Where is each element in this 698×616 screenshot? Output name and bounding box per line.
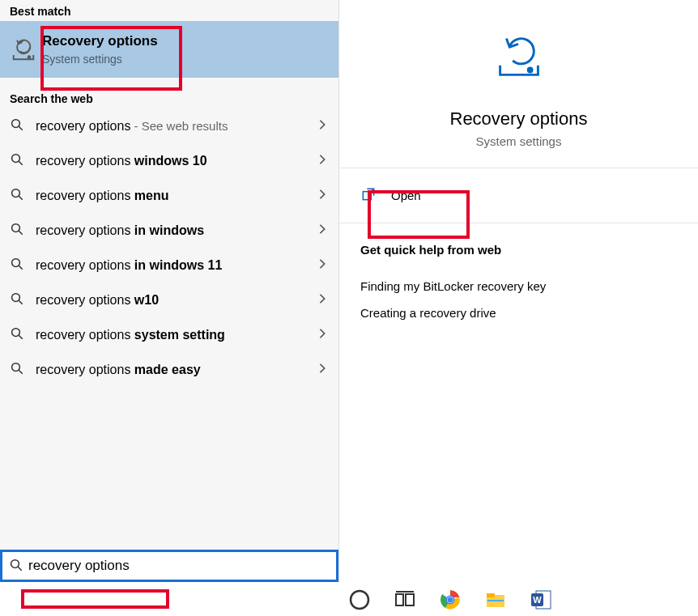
best-match-header: Best match: [0, 0, 338, 21]
best-match-title: Recovery options: [42, 33, 158, 49]
recovery-large-icon: [487, 23, 551, 86]
taskbar: W: [0, 582, 698, 616]
chevron-right-icon: [317, 189, 327, 202]
detail-pane: Recovery options System settings Open Ge…: [338, 0, 698, 583]
svg-point-9: [12, 259, 20, 267]
svg-line-6: [19, 196, 23, 200]
search-icon: [10, 222, 24, 239]
chevron-right-icon: [317, 293, 327, 307]
file-explorer-icon[interactable]: [484, 588, 507, 611]
detail-title: Recovery options: [450, 108, 588, 130]
open-action[interactable]: Open: [339, 168, 698, 223]
chevron-right-icon: [317, 258, 327, 272]
best-match-subtitle: System settings: [42, 53, 158, 66]
svg-line-10: [19, 266, 23, 270]
web-result-text: recovery options system setting: [36, 328, 225, 342]
search-web-header: Search the web: [0, 87, 338, 108]
svg-point-11: [12, 294, 20, 302]
recovery-icon: [6, 32, 40, 66]
word-icon[interactable]: W: [530, 588, 552, 611]
search-icon: [9, 558, 23, 575]
svg-point-13: [12, 329, 20, 337]
task-view-icon[interactable]: [394, 588, 416, 611]
search-icon: [10, 117, 24, 134]
web-result-item[interactable]: recovery options windows 10: [0, 143, 338, 178]
svg-line-12: [19, 300, 23, 304]
web-results-list: recovery options - See web results recov…: [0, 108, 338, 387]
svg-line-20: [18, 567, 22, 571]
svg-rect-22: [396, 594, 403, 605]
web-result-text: recovery options menu: [36, 189, 169, 203]
web-result-text: recovery options windows 10: [36, 154, 207, 168]
web-result-item[interactable]: recovery options w10: [0, 283, 338, 317]
svg-point-1: [12, 120, 20, 128]
detail-subtitle: System settings: [476, 134, 562, 148]
svg-rect-31: [487, 600, 504, 601]
svg-point-17: [528, 68, 532, 72]
svg-line-14: [19, 335, 23, 339]
help-link[interactable]: Creating a recovery drive: [360, 300, 677, 326]
web-result-item[interactable]: recovery options in windows 11: [0, 248, 338, 283]
svg-rect-30: [487, 593, 495, 597]
svg-point-7: [12, 224, 20, 232]
svg-point-3: [12, 155, 20, 163]
search-icon: [10, 361, 24, 378]
svg-point-15: [12, 363, 20, 372]
svg-text:W: W: [533, 595, 542, 605]
open-icon: [360, 186, 377, 205]
svg-point-21: [351, 591, 368, 609]
search-icon: [10, 187, 24, 204]
svg-rect-23: [406, 594, 414, 605]
web-result-item[interactable]: recovery options made easy: [0, 352, 338, 387]
search-results-pane: Best match Recovery options System setti…: [0, 0, 338, 583]
search-icon: [10, 152, 24, 169]
web-result-item[interactable]: recovery options system setting: [0, 317, 338, 352]
chrome-icon[interactable]: [439, 588, 462, 611]
search-input[interactable]: [28, 558, 330, 574]
web-result-text: recovery options in windows 11: [36, 258, 222, 273]
svg-line-2: [19, 126, 23, 130]
web-result-item[interactable]: recovery options - See web results: [0, 108, 338, 143]
web-result-text: recovery options made easy: [36, 363, 201, 377]
web-result-item[interactable]: recovery options menu: [0, 178, 338, 213]
open-label: Open: [391, 189, 421, 202]
web-result-text: recovery options - See web results: [36, 119, 228, 134]
search-icon: [10, 326, 24, 343]
best-match-item[interactable]: Recovery options System settings: [0, 21, 338, 78]
chevron-right-icon: [317, 363, 327, 376]
svg-point-5: [12, 189, 20, 198]
search-icon: [10, 291, 24, 308]
cortana-icon[interactable]: [348, 588, 371, 611]
svg-point-28: [447, 597, 453, 602]
help-header: Get quick help from web: [360, 243, 677, 257]
svg-line-4: [19, 161, 23, 165]
svg-point-0: [28, 56, 31, 58]
chevron-right-icon: [317, 154, 327, 168]
search-icon: [10, 257, 24, 274]
svg-line-16: [19, 370, 23, 374]
web-result-text: recovery options w10: [36, 293, 159, 308]
web-result-item[interactable]: recovery options in windows: [0, 213, 338, 248]
chevron-right-icon: [317, 119, 327, 133]
chevron-right-icon: [317, 328, 327, 342]
chevron-right-icon: [317, 223, 327, 237]
web-result-text: recovery options in windows: [36, 223, 204, 238]
svg-line-8: [19, 231, 23, 235]
help-link[interactable]: Finding my BitLocker recovery key: [360, 273, 677, 300]
svg-point-19: [11, 559, 19, 567]
search-bar[interactable]: [0, 550, 338, 582]
